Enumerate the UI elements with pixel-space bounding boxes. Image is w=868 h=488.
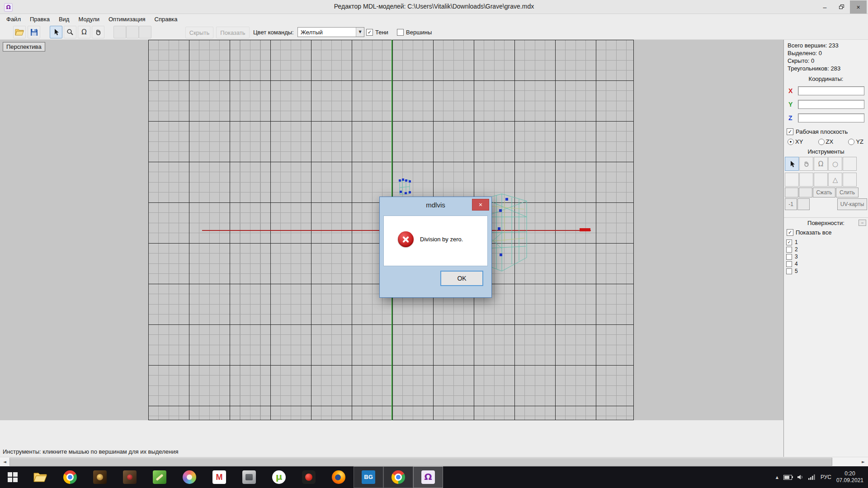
radio-zx-label: ZX [826,138,834,145]
panel-tool-blank-1[interactable] [843,157,857,171]
surface-item-2[interactable]: 2 [786,246,868,253]
surface-item-1[interactable]: ✓ 1 [786,239,868,246]
toolbar-blank-button-3[interactable] [139,26,151,38]
taskbar-item-recorder[interactable] [294,466,324,488]
selected-edge-red [580,228,590,231]
taskbar-item-gray-app[interactable] [234,466,264,488]
perspective-label[interactable]: Перспектива [3,42,45,52]
scroll-right-arrow-icon[interactable]: ► [859,457,868,466]
taskbar-item-chrome-2[interactable] [383,466,413,488]
open-file-button[interactable] [13,26,26,38]
panel-tool-blank-5[interactable] [843,173,857,187]
taskbar-item-explorer[interactable] [25,466,55,488]
network-icon[interactable] [808,474,816,480]
panel-tool-blank-2[interactable] [785,173,799,187]
speaker-icon[interactable] [797,474,803,480]
clock[interactable]: 0:20 07.09.2021 [836,470,863,484]
horizontal-scrollbar[interactable]: ◄ ► [0,457,868,466]
panel-blank-button-2[interactable] [799,188,812,197]
surface-1-check-icon[interactable]: ✓ [786,239,792,245]
surface-3-check-icon[interactable] [786,254,792,260]
team-color-combobox[interactable]: Желтый ▼ [297,27,364,37]
taskbar-item-utorrent[interactable]: µ [264,466,294,488]
surface-item-3[interactable]: 3 [786,253,868,260]
coord-y-row: Y [788,99,864,109]
y-axis-label: Y [788,101,794,108]
save-button[interactable] [28,26,40,38]
rotate-icon: Ω [818,160,823,168]
restore-button[interactable] [833,0,850,14]
compress-button[interactable]: Сжать [813,188,835,197]
shadows-label: Тени [375,29,388,36]
hide-button[interactable]: Скрыть [185,27,213,38]
surface-4-check-icon[interactable] [786,261,792,267]
chrome-icon [392,470,405,484]
menu-edit[interactable]: Правка [25,14,54,24]
taskbar-item-graphics[interactable] [175,466,204,488]
radio-zx[interactable]: ZX [818,138,834,145]
minus-one-button[interactable]: -1 [785,198,797,210]
panel-tool-blank-4[interactable] [814,173,828,187]
dialog-ok-button[interactable]: OK [440,271,483,286]
menu-file[interactable]: Файл [2,14,25,24]
x-coordinate-input[interactable] [798,86,864,95]
surface-2-check-icon[interactable] [786,247,792,253]
menu-view[interactable]: Вид [54,14,74,24]
panel-circle-tool-button[interactable]: ○ [828,157,842,171]
scrollbar-thumb[interactable] [9,458,832,466]
scroll-left-arrow-icon[interactable]: ◄ [0,457,9,466]
merge-button[interactable]: Слить [836,188,859,197]
taskbar-item-chrome[interactable] [55,466,85,488]
select-tool-button[interactable] [50,26,62,38]
menu-optimization[interactable]: Оптимизация [104,14,150,24]
radio-yz[interactable]: YZ [848,138,863,145]
z-coordinate-input[interactable] [798,113,864,122]
shadows-checkbox[interactable]: ✓ Тени [366,24,388,40]
zoom-tool-button[interactable] [64,26,76,38]
taskbar-item-game-2[interactable] [115,466,145,488]
battery-icon[interactable] [783,475,792,480]
menu-modules[interactable]: Модули [74,14,104,24]
show-all-check-icon[interactable]: ✓ [787,229,793,236]
surface-item-4[interactable]: 4 [786,260,868,267]
coord-z-row: Z [788,113,864,123]
panel-select-tool-button[interactable] [785,157,799,171]
taskbar-item-mdlvis[interactable]: Ω [413,466,443,488]
chevron-down-icon[interactable]: ▼ [356,28,364,37]
minimize-button[interactable]: – [816,0,833,14]
panel-rotate-tool-button[interactable]: Ω [814,157,828,171]
close-button[interactable]: × [850,0,867,14]
language-indicator[interactable]: РУС [821,474,831,480]
surfaces-collapse-button[interactable]: – [859,220,866,226]
tray-expand-icon[interactable]: ▲ [776,475,778,479]
panel-pan-tool-button[interactable] [799,157,813,171]
start-button[interactable] [0,466,25,488]
panel-triangle-tool-button[interactable]: △ [828,173,842,187]
taskbar-item-firefox[interactable] [324,466,354,488]
vertices-check-icon[interactable] [397,29,404,36]
uv-maps-button[interactable]: UV-карты [837,198,867,210]
show-button[interactable]: Показать [216,27,250,38]
panel-blank-button-3[interactable] [797,198,810,210]
panel-blank-button-1[interactable] [785,188,798,197]
taskbar-item-bg-app[interactable]: BG [354,466,383,488]
workplane-checkbox[interactable]: ✓ Рабочая плоскость [787,128,868,135]
vertices-checkbox[interactable]: Вершины [397,24,432,40]
dialog-close-button[interactable]: × [472,199,489,211]
toolbar-blank-button-2[interactable] [126,26,139,38]
show-all-checkbox[interactable]: ✓ Показать все [787,229,868,236]
taskbar-item-mail[interactable]: М [204,466,234,488]
y-coordinate-input[interactable] [798,100,864,109]
toolbar-blank-button-1[interactable] [113,26,126,38]
menu-help[interactable]: Справка [150,14,182,24]
taskbar-item-game-1[interactable] [85,466,115,488]
taskbar-item-editor[interactable] [145,466,175,488]
panel-tool-blank-3[interactable] [799,173,813,187]
shadows-check-icon[interactable]: ✓ [366,29,373,36]
surface-item-5[interactable]: 5 [786,267,868,275]
pan-tool-button[interactable] [92,26,104,38]
surface-5-check-icon[interactable] [786,268,792,274]
workplane-check-icon[interactable]: ✓ [787,128,793,135]
rotate-tool-button[interactable]: Ω [78,26,90,38]
radio-xy[interactable]: ● XY [788,138,803,145]
